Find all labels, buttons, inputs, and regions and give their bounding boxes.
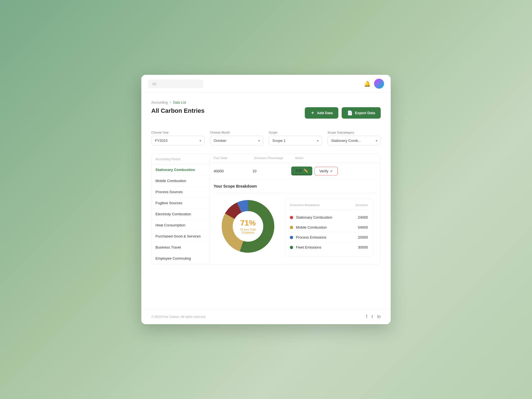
breadcrumb: Accounting > Data List bbox=[151, 101, 381, 104]
fleet-label: Fleet Emissions bbox=[296, 245, 321, 249]
add-data-label: Add Data bbox=[317, 111, 333, 115]
year-select-wrap: FY2023 FY2022 ▾ bbox=[151, 136, 204, 145]
stationary-value: 24000 bbox=[358, 215, 368, 219]
footer-copyright: © 2023 Peer Carbon. All rights reserved. bbox=[151, 315, 206, 318]
emission-name-mobile: Mobile Combustion bbox=[290, 225, 358, 229]
emission-row-fleet: Fleet Emissions 30000 bbox=[290, 242, 368, 252]
fuel-state-header: Fuel State bbox=[214, 156, 254, 160]
footer-social: f t in bbox=[366, 314, 381, 319]
fleet-value: 30000 bbox=[358, 245, 368, 249]
document-icon: 📄 bbox=[347, 110, 353, 116]
facebook-icon[interactable]: f bbox=[366, 314, 367, 319]
verify-button[interactable]: Verify ✓ bbox=[314, 167, 338, 175]
donut-chart: 71% Of your Total Emissions bbox=[220, 199, 276, 254]
donut-chart-wrap: 71% Of your Total Emissions bbox=[218, 199, 278, 257]
bell-icon[interactable]: 🔔 bbox=[364, 80, 371, 87]
subcategory-select[interactable]: Stationery Comb... Mobile Combustion bbox=[328, 136, 381, 145]
verify-label: Verify bbox=[319, 169, 328, 173]
sidebar-nav: Accounting Period Stationary Combustion … bbox=[152, 154, 210, 264]
emission-name-fleet: Fleet Emissions bbox=[290, 245, 358, 249]
footer: © 2023 Peer Carbon. All rights reserved.… bbox=[141, 309, 391, 324]
breadcrumb-parent[interactable]: Accounting bbox=[151, 101, 168, 104]
mobile-label: Mobile Combustion bbox=[296, 225, 327, 229]
fuel-state-value: 40000 bbox=[214, 169, 252, 173]
emissions-breakdown-header: Emissions Breakdown bbox=[290, 203, 355, 207]
accounting-period-header: Accounting Period bbox=[155, 157, 180, 161]
action-row: ＋ Add Data 📄 Export Data bbox=[305, 107, 381, 119]
emission-row-mobile: Mobile Combustion 54000 bbox=[290, 222, 368, 232]
sidebar-item-business[interactable]: Business Travel bbox=[152, 242, 209, 253]
breadcrumb-current: Data List bbox=[173, 101, 186, 104]
subcategory-filter: Scope Subcategory Stationery Comb... Mob… bbox=[328, 131, 381, 145]
top-icons: 🔔 bbox=[364, 79, 384, 89]
add-data-button[interactable]: ＋ Add Data bbox=[305, 107, 338, 119]
month-filter: Choose Month October November ▾ bbox=[210, 131, 263, 145]
empty-header bbox=[336, 156, 377, 160]
emission-row-stationary: Stationary Combustion 24000 bbox=[290, 213, 368, 222]
check-circle-icon: ✓ bbox=[330, 169, 333, 173]
search-input[interactable] bbox=[148, 80, 203, 88]
breadcrumb-arrow: > bbox=[169, 101, 171, 104]
action-header: Action bbox=[295, 156, 336, 160]
app-window: 🔔 Accounting > Data List All Carbon Entr… bbox=[141, 75, 391, 324]
page-title: All Carbon Entries bbox=[151, 107, 204, 114]
year-filter: Choose Year FY2023 FY2022 ▾ bbox=[151, 131, 204, 145]
top-bar: 🔔 bbox=[141, 75, 391, 93]
sidebar-item-heat[interactable]: Heat Consumption bbox=[152, 220, 209, 231]
scope-breakdown-title: Your Scope Breakdown bbox=[214, 184, 377, 188]
edit-icon: ✏️ bbox=[303, 168, 308, 173]
process-label: Process Emissions bbox=[296, 235, 326, 239]
scope-filter-label: Scope bbox=[269, 131, 322, 134]
sidebar-item-process[interactable]: Process Sources bbox=[152, 186, 209, 198]
scope-filter: Scope Scope 1 Scope 2 Scope 3 ▾ bbox=[269, 131, 322, 145]
sidebar-item-purchased[interactable]: Purchased Good & Services bbox=[152, 231, 209, 242]
sidebar-item-employee[interactable]: Employee Commuting bbox=[152, 253, 209, 264]
year-filter-label: Choose Year bbox=[151, 131, 204, 134]
stationary-label: Stationary Combustion bbox=[296, 215, 332, 219]
process-value: 20000 bbox=[358, 235, 368, 239]
subcategory-filter-label: Scope Subcategory bbox=[328, 131, 381, 134]
table-content-wrap: Accounting Period Stationary Combustion … bbox=[152, 154, 380, 264]
month-select-wrap: October November ▾ bbox=[210, 136, 263, 145]
emission-name-process: Process Emissions bbox=[290, 235, 358, 239]
filters-row: Choose Year FY2023 FY2022 ▾ Choose Month… bbox=[151, 131, 381, 145]
emission-value-header: Emission bbox=[355, 203, 368, 207]
stationary-dot bbox=[290, 216, 293, 219]
action-cell: Edit ✏️ Verify ✓ bbox=[291, 167, 338, 175]
edit-label: Edit bbox=[296, 168, 302, 173]
scope-breakdown: 71% Of your Total Emissions Emissions Br… bbox=[214, 193, 377, 262]
scope-breakdown-section: Your Scope Breakdown bbox=[210, 180, 380, 262]
emissions-table-header: Emissions Breakdown Emission bbox=[290, 203, 368, 210]
emissions-table: Emissions Breakdown Emission Stationary … bbox=[285, 199, 373, 257]
content-area: Fuel State Emission Percentage Action 40… bbox=[210, 154, 380, 264]
export-data-button[interactable]: 📄 Export Data bbox=[342, 107, 381, 119]
table-header-row: Fuel State Emission Percentage Action bbox=[210, 154, 380, 163]
fleet-dot bbox=[290, 246, 293, 249]
emission-name-stationary: Stationary Combustion bbox=[290, 215, 358, 219]
table-row: 40000 10 Edit ✏️ Verify ✓ bbox=[210, 163, 380, 180]
mobile-dot bbox=[290, 226, 293, 229]
export-data-label: Export Data bbox=[355, 111, 375, 115]
year-select[interactable]: FY2023 FY2022 bbox=[151, 136, 204, 145]
donut-center: 71% Of your Total Emissions bbox=[234, 219, 262, 234]
main-content: Accounting > Data List All Carbon Entrie… bbox=[141, 93, 391, 309]
avatar[interactable] bbox=[374, 79, 384, 89]
main-table-area: Accounting Period Stationary Combustion … bbox=[151, 153, 381, 264]
process-dot bbox=[290, 236, 293, 239]
twitter-icon[interactable]: t bbox=[372, 314, 373, 319]
scope-select-wrap: Scope 1 Scope 2 Scope 3 ▾ bbox=[269, 136, 322, 145]
scope-select[interactable]: Scope 1 Scope 2 Scope 3 bbox=[269, 136, 322, 145]
subcategory-select-wrap: Stationery Comb... Mobile Combustion ▾ bbox=[328, 136, 381, 145]
sidebar-item-stationary[interactable]: Stationary Combustion bbox=[152, 164, 209, 175]
edit-button[interactable]: Edit ✏️ bbox=[291, 167, 312, 175]
linkedin-icon[interactable]: in bbox=[377, 314, 381, 319]
month-select[interactable]: October November bbox=[210, 136, 263, 145]
sidebar-item-mobile[interactable]: Mobile Combustion bbox=[152, 175, 209, 186]
donut-label: Of your Total Emissions bbox=[234, 228, 262, 234]
sidebar-item-fugitive[interactable]: Fugitive Sources bbox=[152, 198, 209, 209]
mobile-value: 54000 bbox=[358, 225, 368, 229]
month-filter-label: Choose Month bbox=[210, 131, 263, 134]
sidebar-item-electricity[interactable]: Electricity Combustion bbox=[152, 209, 209, 220]
emission-pct-header: Emission Percentage bbox=[254, 156, 295, 160]
emission-pct-value: 10 bbox=[252, 169, 291, 173]
